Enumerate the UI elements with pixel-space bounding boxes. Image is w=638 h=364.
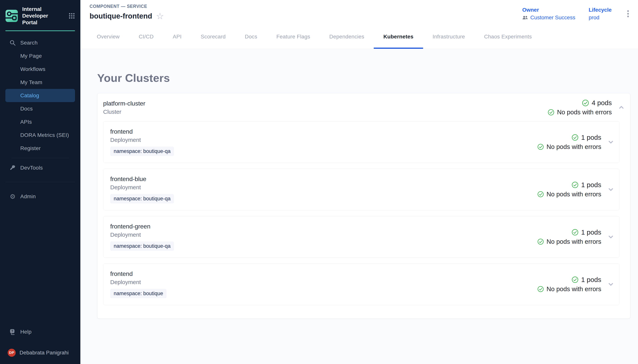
sidebar-item-label: My Page xyxy=(20,53,42,59)
users-icon xyxy=(522,15,528,20)
user-menu[interactable]: DP Debabrata Panigrahi xyxy=(5,346,75,360)
sidebar-item-workflows[interactable]: Workflows xyxy=(5,62,75,76)
tab-feature-flags[interactable]: Feature Flags xyxy=(267,24,320,49)
sidebar-item-catalog[interactable]: Catalog xyxy=(5,89,75,102)
sidebar-item-label: Admin xyxy=(20,194,36,200)
check-circle-icon xyxy=(537,286,544,292)
pods-status: 1 pods xyxy=(572,134,601,141)
icon-spacer xyxy=(9,145,16,152)
sidebar-item-my-team[interactable]: My Team xyxy=(5,76,75,89)
tabbar: Overview CI/CD API Scorecard Docs Featur… xyxy=(80,24,638,49)
workload-name: frontend xyxy=(110,128,174,135)
tab-kubernetes[interactable]: Kubernetes xyxy=(374,24,423,49)
namespace-chip: namespace: boutique-qa xyxy=(110,242,174,251)
sidebar-section-divider xyxy=(5,182,75,182)
search-icon xyxy=(9,40,16,46)
wrench-icon xyxy=(9,164,16,171)
workload-card[interactable]: frontend Deployment namespace: boutique … xyxy=(103,264,619,305)
breadcrumb: COMPONENT — SERVICE xyxy=(90,4,164,9)
sidebar-item-label: My Team xyxy=(20,79,42,86)
check-circle-icon xyxy=(548,109,554,116)
check-circle-icon xyxy=(572,276,578,283)
check-circle-icon xyxy=(572,134,578,141)
icon-spacer xyxy=(9,52,16,60)
sidebar-item-dora-metrics-sei[interactable]: DORA Metrics (SEI) xyxy=(5,128,75,142)
pods-count: 1 pods xyxy=(581,134,601,141)
entity-header: COMPONENT — SERVICE boutique-frontend ☆ … xyxy=(80,0,638,24)
apps-grid-icon[interactable] xyxy=(69,12,75,19)
check-circle-icon xyxy=(537,144,544,150)
brand-divider xyxy=(5,30,75,31)
sidebar-item-my-page[interactable]: My Page xyxy=(5,49,75,62)
sidebar-item-label: DevTools xyxy=(20,165,43,171)
tab-ci-cd[interactable]: CI/CD xyxy=(129,24,163,49)
tab-overview[interactable]: Overview xyxy=(87,24,129,49)
cluster-card: platform-cluster Cluster 4 pods xyxy=(97,93,630,319)
tab-docs[interactable]: Docs xyxy=(235,24,267,49)
workload-kind: Deployment xyxy=(110,184,174,190)
kebab-menu-icon[interactable] xyxy=(625,8,631,20)
gear-icon: ⚙ xyxy=(9,193,16,200)
lifecycle-value[interactable]: prod xyxy=(589,14,611,21)
sidebar-item-label: Search xyxy=(20,40,38,46)
lifecycle-label: Lifecycle xyxy=(589,7,611,13)
lifecycle-block: Lifecycle prod xyxy=(589,7,611,21)
errors-text: No pods with errors xyxy=(546,286,601,293)
owner-link[interactable]: Customer Success xyxy=(522,14,575,21)
chevron-up-icon[interactable] xyxy=(617,103,626,112)
workload-card[interactable]: frontend-green Deployment namespace: bou… xyxy=(103,216,619,258)
icon-spacer xyxy=(9,92,16,99)
errors-text: No pods with errors xyxy=(546,238,601,245)
sidebar-item-label: Register xyxy=(20,145,41,152)
sidebar-item-devtools[interactable]: DevTools xyxy=(5,161,75,174)
tab-chaos-experiments[interactable]: Chaos Experiments xyxy=(475,24,541,49)
sidebar-item-apis[interactable]: APIs xyxy=(5,115,75,128)
user-name: Debabrata Panigrahi xyxy=(20,350,69,356)
tab-api[interactable]: API xyxy=(163,24,191,49)
pods-count: 1 pods xyxy=(581,228,601,236)
workload-kind: Deployment xyxy=(110,137,174,143)
chevron-down-icon[interactable] xyxy=(606,138,615,147)
workload-card[interactable]: frontend-blue Deployment namespace: bout… xyxy=(103,168,619,210)
workload-card[interactable]: frontend Deployment namespace: boutique-… xyxy=(103,121,619,163)
errors-text: No pods with errors xyxy=(557,108,612,116)
tab-infrastructure[interactable]: Infrastructure xyxy=(423,24,475,49)
workload-list: frontend Deployment namespace: boutique-… xyxy=(97,121,630,318)
chevron-down-icon[interactable] xyxy=(606,185,615,194)
main-area: COMPONENT — SERVICE boutique-frontend ☆ … xyxy=(80,0,638,364)
pods-count: 1 pods xyxy=(581,276,601,284)
sidebar: Internal Developer Portal Search My Page… xyxy=(0,0,80,364)
sidebar-item-label: Catalog xyxy=(20,92,39,99)
sidebar-item-search[interactable]: Search xyxy=(5,36,75,49)
errors-status: No pods with errors xyxy=(537,286,601,293)
sidebar-item-admin[interactable]: ⚙ Admin xyxy=(5,190,75,203)
workload-kind: Deployment xyxy=(110,232,174,238)
pods-status: 1 pods xyxy=(572,228,601,236)
brand-title: Internal Developer Portal xyxy=(22,6,64,26)
check-circle-icon xyxy=(537,191,544,198)
sidebar-item-help[interactable]: ? Help xyxy=(5,325,75,338)
pods-count: 4 pods xyxy=(592,99,612,107)
sidebar-item-docs[interactable]: Docs xyxy=(5,102,75,115)
errors-status: No pods with errors xyxy=(537,238,601,245)
pods-status: 4 pods xyxy=(582,99,612,107)
cluster-header[interactable]: platform-cluster Cluster 4 pods xyxy=(97,93,630,121)
icon-spacer xyxy=(9,105,16,112)
chevron-down-icon[interactable] xyxy=(606,232,615,242)
tab-scorecard[interactable]: Scorecard xyxy=(191,24,235,49)
help-label: Help xyxy=(20,329,32,335)
chevron-down-icon[interactable] xyxy=(606,280,615,289)
sidebar-item-register[interactable]: Register xyxy=(5,142,75,155)
star-icon[interactable]: ☆ xyxy=(156,12,164,20)
workload-name: frontend xyxy=(110,270,166,278)
clusters-heading: Your Clusters xyxy=(97,72,630,84)
content: Your Clusters platform-cluster Cluster xyxy=(80,49,638,364)
tab-dependencies[interactable]: Dependencies xyxy=(320,24,374,49)
sidebar-item-label: DORA Metrics (SEI) xyxy=(20,132,69,138)
check-circle-icon xyxy=(537,238,544,245)
page-title: boutique-frontend xyxy=(90,12,152,20)
pods-status: 1 pods xyxy=(572,276,601,284)
workload-kind: Deployment xyxy=(110,279,166,286)
check-circle-icon xyxy=(572,182,578,188)
app-logo-icon xyxy=(5,10,18,22)
